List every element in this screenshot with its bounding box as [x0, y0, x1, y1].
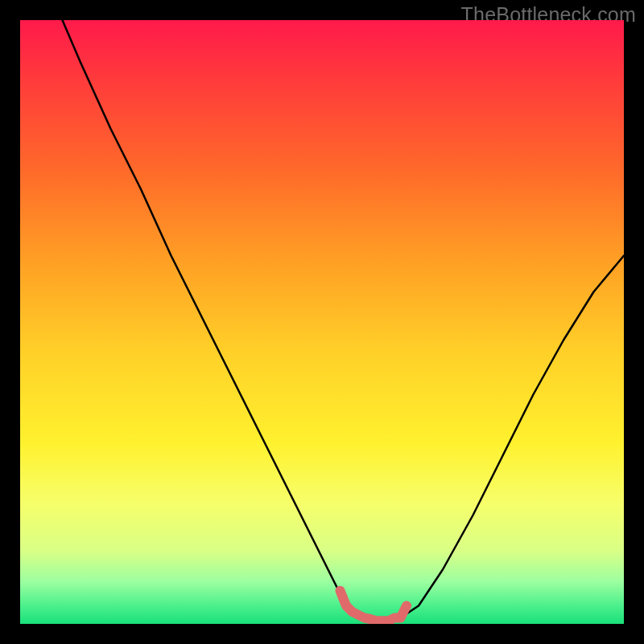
plot-area	[20, 20, 624, 624]
chart-frame: TheBottleneck.com	[0, 0, 644, 644]
bottleneck-curve	[63, 20, 625, 621]
chart-svg	[20, 20, 624, 624]
optimal-zone	[341, 591, 407, 621]
